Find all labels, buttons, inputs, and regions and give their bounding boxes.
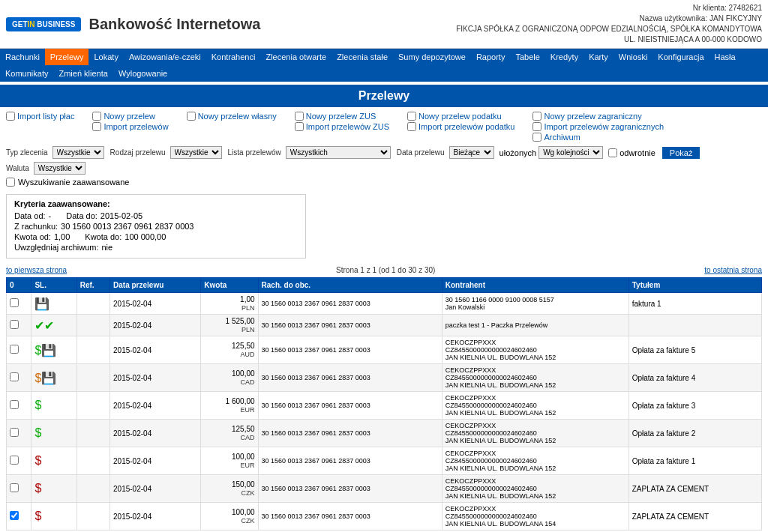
filter-waluta: Waluta Wszystkie <box>6 162 86 175</box>
row-checkbox[interactable] <box>10 298 19 307</box>
odwrotnie-text: odwrotnie <box>620 148 656 157</box>
nowy-przelew-wlasny-label[interactable]: Nowy przelew własny <box>187 112 277 121</box>
row-checkbox[interactable] <box>10 320 19 329</box>
import-przelewow-zagranicznych-label[interactable]: Import przelewów zagranicznych <box>532 122 664 131</box>
import-przelewow-checkbox[interactable] <box>92 122 101 131</box>
import-przelewow-podatku-link[interactable]: Import przelewów podatku <box>418 122 514 131</box>
pokaz-button[interactable]: Pokaż <box>662 147 700 159</box>
nav-kontrahenci[interactable]: Kontrahenci <box>206 49 261 65</box>
import-przelewow-podatku-label[interactable]: Import przelewów podatku <box>407 122 514 131</box>
nowy-przelew-checkbox[interactable] <box>92 112 101 121</box>
filter-lista-przelewow: Lista przelewów Wszystkich <box>228 146 391 159</box>
nav-lokaty[interactable]: Lokaty <box>88 49 123 65</box>
col-rach: Rach. do obc. <box>258 278 442 293</box>
nav-awizowania[interactable]: Awizowania/e-czeki <box>124 49 206 65</box>
amount-value: 150,00 <box>232 480 255 489</box>
nav-komunikaty[interactable]: Komunikaty <box>0 65 53 82</box>
nowy-przelew-podatku-link[interactable]: Nowy przelew podatku <box>418 112 502 121</box>
nav-zmien-klienta[interactable]: Zmień klienta <box>53 65 112 82</box>
ulozonych-select[interactable]: Wg kolejności <box>538 146 603 159</box>
currency-label: CZK <box>242 517 255 525</box>
currency-label: CZK <box>242 489 255 497</box>
import-przelewow-label[interactable]: Import przelewów <box>92 122 168 131</box>
nowy-przelew-podatku-checkbox[interactable] <box>407 112 416 121</box>
user-info: Nr klienta: 27482621 Nazwa użytkownika: … <box>456 3 762 45</box>
row-rach: 30 1560 0013 2367 0961 2837 0003 <box>258 447 442 475</box>
firma: FIKCJA SPÓŁKA Z OGRANICZONĄ ODPOW EDZIAL… <box>456 24 762 34</box>
dollar-green-icon: $ <box>34 426 41 439</box>
import-przelewow-zus-link[interactable]: Import przelewów ZUS <box>306 122 389 131</box>
nav-konfiguracja[interactable]: Konfiguracja <box>652 49 709 65</box>
nowy-przelew-link[interactable]: Nowy przelew <box>104 112 154 121</box>
row-rach: 30 1560 0013 2367 0961 2837 0003 <box>258 420 442 447</box>
amount-value: 1 600,00 <box>226 397 255 405</box>
row-checkbox[interactable] <box>10 345 19 354</box>
amount-value: 125,50 <box>232 425 255 433</box>
import-przelewow-podatku-checkbox[interactable] <box>407 122 416 131</box>
import-przelewow-zagranicznych-checkbox[interactable] <box>532 122 542 131</box>
nowy-przelew-zagraniczny-checkbox[interactable] <box>532 112 542 121</box>
import-przelewow-zus-checkbox[interactable] <box>295 122 304 131</box>
currency-label: EUR <box>241 462 255 469</box>
nowy-przelew-zagraniczny-label[interactable]: Nowy przelew zagraniczny <box>532 112 664 121</box>
rodzaj-przelewu-select[interactable]: Wszystkie <box>170 146 222 159</box>
import-listy-link[interactable]: Import listy płac <box>17 112 74 121</box>
archiwum-link[interactable]: Archiwum <box>544 133 580 142</box>
archiwum-label[interactable]: Archiwum <box>532 133 664 142</box>
nav-zlecenia-stale[interactable]: Zlecenia stałe <box>332 49 393 65</box>
import-listy-checkbox[interactable] <box>6 112 15 121</box>
nav-kredyty[interactable]: Kredyty <box>545 49 584 65</box>
row-checkbox[interactable] <box>10 511 19 520</box>
last-page-link[interactable]: to ostatnia strona <box>704 266 762 274</box>
nowy-przelew-zus-checkbox[interactable] <box>295 112 304 121</box>
nav-zlecenia-otwarte[interactable]: Zlecenia otwarte <box>260 49 332 65</box>
lista-przelewow-select[interactable]: Wszystkich <box>286 146 391 159</box>
row-icon-cell: $ <box>32 447 76 475</box>
wyszukiwanie-row: Wyszukiwanie zaawansowane <box>6 178 762 187</box>
row-kontrahent: CEKOCZPPXXX CZ8455000000000024602460 JAN… <box>442 475 628 503</box>
row-date: 2015-02-04 <box>110 364 201 392</box>
nowy-przelew-label[interactable]: Nowy przelew <box>92 112 168 121</box>
nav-przelewy[interactable]: Przelewy <box>45 49 89 65</box>
nowy-przelew-zus-link[interactable]: Nowy przelew ZUS <box>306 112 376 121</box>
waluta-select[interactable]: Wszystkie <box>34 162 86 175</box>
row-checkbox[interactable] <box>10 400 19 409</box>
nav-hasla[interactable]: Hasła <box>710 49 741 65</box>
data-przelewu-select[interactable]: Bieżące <box>449 146 494 159</box>
import-przelewow-link[interactable]: Import przelewów <box>104 122 168 131</box>
odwrotnie-checkbox[interactable] <box>608 148 617 157</box>
row-checkbox[interactable] <box>10 483 19 492</box>
import-listy-label[interactable]: Import listy płac <box>6 112 74 121</box>
import-przelewow-zagranicznych-link[interactable]: Import przelewów zagranicznych <box>544 122 664 131</box>
nav-tabele[interactable]: Tabele <box>510 49 544 65</box>
data-do-field: Data do: 2015-02-05 <box>66 211 142 220</box>
row-checkbox-cell <box>7 420 32 447</box>
table-row: $2015-02-04100,00CZK30 1560 0013 2367 09… <box>7 503 762 531</box>
table-row: $💾2015-02-04100,00CAD30 1560 0013 2367 0… <box>7 364 762 392</box>
nowy-przelew-wlasny-checkbox[interactable] <box>187 112 196 121</box>
nav-rachunki[interactable]: Rachunki <box>0 49 45 65</box>
nav-wylogowanie[interactable]: Wylogowanie <box>113 65 172 82</box>
table-row: $2015-02-04150,00CZK30 1560 0013 2367 09… <box>7 475 762 503</box>
nowy-przelew-zagraniczny-link[interactable]: Nowy przelew zagraniczny <box>544 112 641 121</box>
nowy-przelew-podatku-label[interactable]: Nowy przelew podatku <box>407 112 514 121</box>
row-checkbox[interactable] <box>10 428 19 437</box>
first-page-link[interactable]: to pierwsza strona <box>6 266 67 274</box>
wyszukiwanie-checkbox[interactable] <box>6 178 15 187</box>
table-header-row: 0 SL. Ref. Data przelewu Kwota Rach. do … <box>7 278 762 293</box>
typ-zlecenia-select[interactable]: Wszystkie <box>52 146 104 159</box>
row-checkbox[interactable] <box>10 372 19 381</box>
nowy-przelew-zus-label[interactable]: Nowy przelew ZUS <box>295 112 389 121</box>
archiwum-checkbox[interactable] <box>532 133 542 142</box>
header: GETIN BUSINESS Bankowość Internetowa Nr … <box>0 0 768 49</box>
row-ref <box>76 364 110 392</box>
nav-karty[interactable]: Karty <box>584 49 614 65</box>
import-przelewow-zus-label[interactable]: Import przelewów ZUS <box>295 122 389 131</box>
nav-sumy-depozytowe[interactable]: Sumy depozytowe <box>393 49 471 65</box>
nav-wnioski[interactable]: Wnioski <box>614 49 653 65</box>
kwota-do-field: Kwota do: 100 000,00 <box>85 232 166 241</box>
wyszukiwanie-label: Wyszukiwanie zaawansowane <box>18 178 129 187</box>
row-checkbox[interactable] <box>10 456 19 465</box>
nav-raporty[interactable]: Raporty <box>471 49 511 65</box>
nowy-przelew-wlasny-link[interactable]: Nowy przelew własny <box>198 112 277 121</box>
